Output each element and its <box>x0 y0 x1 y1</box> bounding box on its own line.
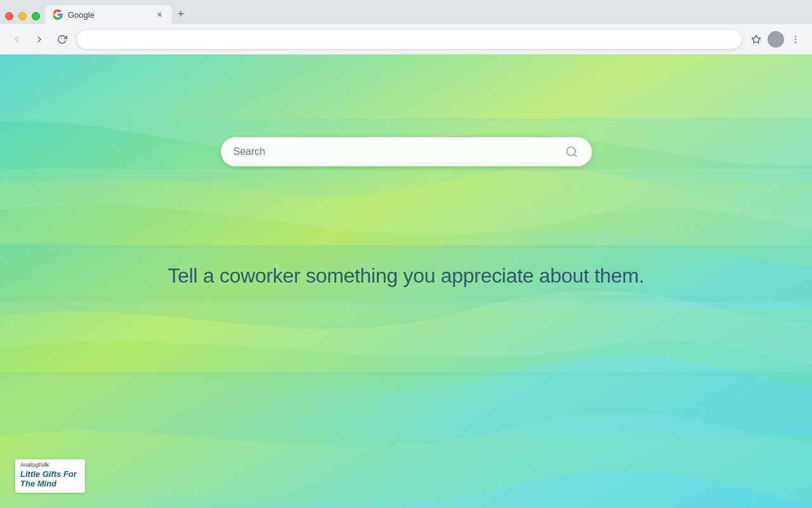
close-window-button[interactable] <box>5 12 13 20</box>
forward-button[interactable] <box>30 30 48 48</box>
search-input[interactable] <box>233 146 561 157</box>
tab-bar: Google ✕ + <box>0 0 812 24</box>
svg-point-2 <box>795 39 796 40</box>
content-overlay: Tell a coworker something you appreciate… <box>0 55 812 508</box>
tab-title: Google <box>68 10 149 20</box>
window-controls <box>5 12 45 24</box>
new-tab-button[interactable]: + <box>172 5 190 23</box>
svg-point-3 <box>795 41 796 43</box>
tab-close-button[interactable]: ✕ <box>154 10 164 20</box>
address-bar[interactable] <box>76 29 742 50</box>
svg-line-6 <box>573 154 576 157</box>
svg-point-1 <box>795 36 796 37</box>
search-container <box>221 137 592 166</box>
bookmark-button[interactable] <box>747 30 765 48</box>
profile-avatar[interactable] <box>768 31 784 48</box>
browser-content: Tell a coworker something you appreciate… <box>0 55 812 508</box>
tab-favicon <box>53 10 63 20</box>
tagline-text: Tell a coworker something you appreciate… <box>167 262 644 290</box>
minimize-window-button[interactable] <box>18 12 27 20</box>
svg-marker-0 <box>752 35 760 43</box>
menu-button[interactable] <box>787 30 804 48</box>
logo-brand-text: AnalogFolk <box>20 462 80 468</box>
refresh-button[interactable] <box>53 30 71 48</box>
active-tab[interactable]: Google ✕ <box>45 5 172 24</box>
nav-right-controls <box>747 30 804 48</box>
nav-bar <box>0 24 812 55</box>
search-icon-button[interactable] <box>561 142 582 162</box>
bottom-logo: AnalogFolk Little Gifts For The Mind <box>15 459 85 493</box>
browser-frame: Google ✕ + <box>0 0 812 508</box>
back-button[interactable] <box>8 30 25 48</box>
logo-title-text: Little Gifts For The Mind <box>20 469 80 489</box>
maximize-window-button[interactable] <box>32 12 40 20</box>
search-box <box>221 137 592 166</box>
